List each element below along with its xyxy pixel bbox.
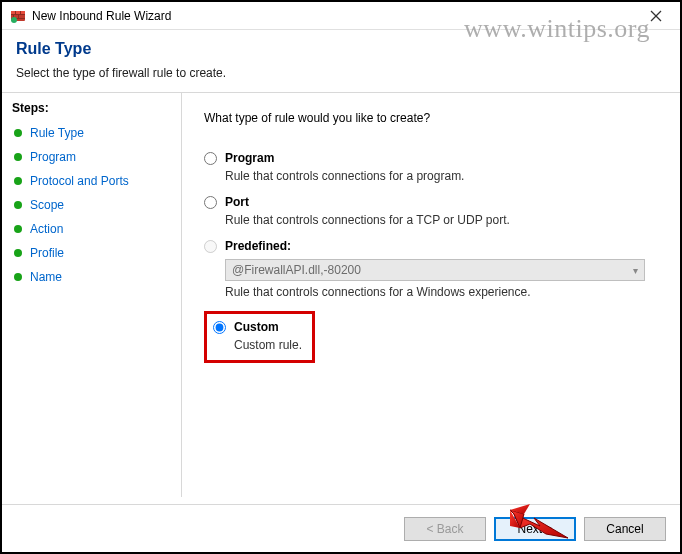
content-panel: What type of rule would you like to crea…: [182, 93, 680, 497]
close-icon: [650, 10, 662, 22]
option-custom-row[interactable]: Custom: [213, 320, 302, 334]
option-predefined-row[interactable]: Predefined: [204, 239, 658, 253]
page-title: Rule Type: [16, 40, 666, 58]
bullet-icon: [14, 225, 22, 233]
chevron-down-icon: ▾: [633, 265, 638, 276]
option-port-label: Port: [225, 195, 249, 209]
back-button[interactable]: < Back: [404, 517, 486, 541]
option-program-label: Program: [225, 151, 274, 165]
steps-label: Steps:: [12, 101, 171, 115]
page-subtitle: Select the type of firewall rule to crea…: [16, 66, 666, 80]
next-button[interactable]: Next >: [494, 517, 576, 541]
step-label: Rule Type: [30, 126, 84, 140]
step-name[interactable]: Name: [12, 265, 171, 289]
radio-port[interactable]: [204, 196, 217, 209]
bullet-icon: [14, 273, 22, 281]
header: Rule Type Select the type of firewall ru…: [2, 30, 680, 93]
step-label: Program: [30, 150, 76, 164]
question-text: What type of rule would you like to crea…: [204, 111, 658, 125]
svg-rect-1: [11, 11, 25, 14]
svg-rect-4: [15, 11, 16, 14]
option-program-desc: Rule that controls connections for a pro…: [225, 169, 658, 183]
window-title: New Inbound Rule Wizard: [32, 9, 640, 23]
step-label: Profile: [30, 246, 64, 260]
option-custom: Custom Custom rule.: [204, 311, 658, 363]
step-label: Action: [30, 222, 63, 236]
bullet-icon: [14, 153, 22, 161]
highlight-annotation: Custom Custom rule.: [204, 311, 315, 363]
predefined-select-text: @FirewallAPI.dll,-80200: [232, 263, 361, 277]
option-port-desc: Rule that controls connections for a TCP…: [225, 213, 658, 227]
step-program[interactable]: Program: [12, 145, 171, 169]
step-label: Name: [30, 270, 62, 284]
step-action[interactable]: Action: [12, 217, 171, 241]
step-protocol-ports[interactable]: Protocol and Ports: [12, 169, 171, 193]
titlebar: New Inbound Rule Wizard: [2, 2, 680, 30]
option-program-row[interactable]: Program: [204, 151, 658, 165]
footer-buttons: < Back Next > Cancel: [2, 504, 680, 552]
option-predefined: Predefined @FirewallAPI.dll,-80200 ▾ Rul…: [204, 239, 658, 299]
svg-rect-5: [20, 11, 21, 14]
option-program: Program Rule that controls connections f…: [204, 151, 658, 183]
radio-program[interactable]: [204, 152, 217, 165]
svg-rect-7: [18, 15, 19, 18]
bullet-icon: [14, 249, 22, 257]
svg-rect-2: [11, 14, 25, 15]
firewall-icon: [10, 8, 26, 24]
bullet-icon: [14, 201, 22, 209]
option-port: Port Rule that controls connections for …: [204, 195, 658, 227]
option-custom-desc: Custom rule.: [234, 338, 302, 352]
step-label: Protocol and Ports: [30, 174, 129, 188]
bullet-icon: [14, 129, 22, 137]
step-label: Scope: [30, 198, 64, 212]
option-custom-label: Custom: [234, 320, 279, 334]
radio-predefined[interactable]: [204, 240, 217, 253]
step-rule-type[interactable]: Rule Type: [12, 121, 171, 145]
steps-sidebar: Steps: Rule Type Program Protocol and Po…: [2, 93, 182, 497]
option-port-row[interactable]: Port: [204, 195, 658, 209]
step-scope[interactable]: Scope: [12, 193, 171, 217]
radio-custom[interactable]: [213, 321, 226, 334]
step-profile[interactable]: Profile: [12, 241, 171, 265]
option-predefined-desc: Rule that controls connections for a Win…: [225, 285, 658, 299]
predefined-select: @FirewallAPI.dll,-80200 ▾: [225, 259, 645, 281]
bullet-icon: [14, 177, 22, 185]
option-predefined-label: Predefined: [225, 239, 291, 253]
cancel-button[interactable]: Cancel: [584, 517, 666, 541]
close-button[interactable]: [640, 5, 672, 27]
svg-point-8: [11, 17, 17, 23]
